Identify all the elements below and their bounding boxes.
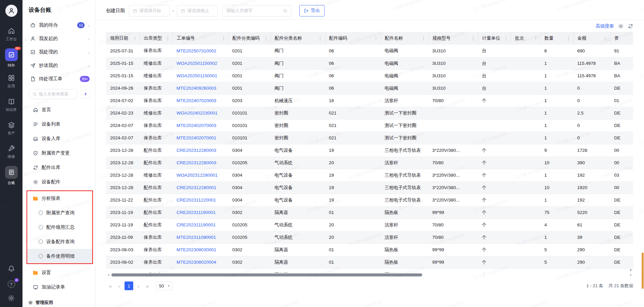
sidebar-item-equipment-list[interactable]: 设备列表 (22, 117, 95, 131)
column-menu-icon[interactable]: ⋮ (534, 36, 538, 41)
column-menu-icon[interactable]: ⋮ (603, 36, 608, 41)
start-date-input[interactable]: 请选择开始 (129, 5, 170, 16)
work-order-link[interactable]: MTE202311090001 (177, 235, 216, 240)
sidebar-item-accessory-asset-change[interactable]: 附属资产变更 (22, 146, 95, 160)
export-button[interactable]: 导出 (299, 5, 325, 16)
advanced-search-link[interactable]: 高级搜索 (596, 23, 614, 29)
column-header[interactable]: 计量单位⋮ (478, 32, 511, 45)
sidebar-item-pending-work-orders[interactable]: 待处理工单 99+ (22, 72, 95, 86)
sidebar-item-equipment-parts-query[interactable]: 设备配件查询 (27, 234, 92, 249)
work-order-link[interactable]: MTE202308020004 (177, 260, 216, 265)
column-menu-icon[interactable]: ⋮ (133, 36, 137, 41)
rail-item-maintenance[interactable]: 维修 (1, 142, 21, 162)
scrollbar-thumb[interactable] (111, 273, 422, 276)
table-row[interactable]: 2025-01-15维修出库WOA2025011500010201阀门06电磁阀… (106, 70, 633, 82)
column-menu-icon[interactable]: ⋮ (318, 36, 323, 41)
sidebar-group-analysis-reports[interactable]: 分析报表 (27, 191, 92, 206)
scroll-down-arrow-icon[interactable]: ▼ (629, 268, 632, 272)
rail-item-apps[interactable]: 应用 (1, 72, 21, 91)
horizontal-scrollbar[interactable]: ◂ ▸ (106, 273, 633, 277)
column-header[interactable]: 批次⋮ (511, 32, 540, 45)
work-order-link[interactable]: MTE202507310002 (177, 48, 216, 53)
sidebar-item-equipment-parts[interactable]: 设备配件 (22, 175, 95, 189)
sidebar-item-spare-parts-usage-detail[interactable]: 备件使用明细 (27, 249, 92, 263)
refresh-icon[interactable] (628, 24, 633, 29)
work-order-link[interactable]: CRE202312280001 (177, 185, 216, 190)
table-row[interactable]: 2025-01-15维修出库WOA2025011500020201阀门06电磁阀… (106, 57, 633, 70)
column-header[interactable]: 配件名称⋮ (381, 32, 428, 45)
table-row[interactable]: 2023-08-02保养出库MTE2023080200040302隔离器01隔热… (106, 256, 633, 268)
table-row[interactable]: 2023-12-28配件出库CRE2023122800010304电气设备19三… (106, 181, 633, 194)
window-vertical-scrollbar[interactable] (641, 0, 644, 307)
work-order-link[interactable]: WOA202402230001 (177, 111, 217, 116)
column-menu-icon[interactable]: ⋮ (221, 36, 226, 41)
column-header[interactable]: 配件编码⋮ (325, 32, 381, 45)
vertical-scrollbar-thumb[interactable] (642, 253, 644, 289)
notifications-bell-icon[interactable] (8, 265, 15, 274)
sidebar-item-cc-to-me[interactable]: 抄送我的 › (22, 59, 95, 72)
sidebar-item-initiated-by-me[interactable]: 我发起的 › (22, 32, 95, 45)
work-order-link[interactable]: MTE202308030001 (177, 247, 216, 252)
scroll-right-arrow-icon[interactable]: ▸ (629, 273, 633, 277)
sidebar-item-home[interactable]: 首页 (22, 102, 95, 117)
table-row[interactable]: 2024-02-23维修出库WOA202402230001010101密封圈02… (106, 107, 633, 119)
work-order-link[interactable]: MTE202402070003 (177, 123, 216, 128)
column-menu-icon[interactable]: ⋮ (166, 36, 170, 41)
keyword-search-input[interactable]: 请输入关键字 (222, 5, 291, 16)
sidebar-item-accessory-asset-query[interactable]: 附属资产查询 (27, 206, 92, 220)
table-row[interactable]: 2023-11-09保养出库MTE202311090001010205气动系统2… (106, 231, 633, 244)
work-order-link[interactable]: MTE202402070001 (177, 135, 216, 140)
table-row[interactable]: 2024-02-07保养出库MTE202402070003010101密封圈02… (106, 119, 633, 132)
scroll-left-arrow-icon[interactable]: ◂ (106, 273, 111, 277)
table-row[interactable]: 2023-11-22配件出库CRE2023112200010304电气设备19三… (106, 194, 633, 206)
manage-apps-button[interactable]: 管理应用 (22, 298, 95, 307)
column-header[interactable]: 数量⋮ (540, 32, 573, 45)
column-header[interactable]: 出库类型⋮ (140, 32, 172, 45)
work-order-link[interactable]: MTE202409260003 (177, 86, 216, 91)
table-row[interactable]: 2024-07-02保养出库MTE2024070200030203机械液压18活… (106, 94, 633, 107)
settings-gear-icon[interactable] (8, 295, 15, 303)
column-header[interactable]: 规格型号⋮ (428, 32, 478, 45)
end-date-input[interactable]: 请选择截止 (177, 5, 218, 16)
page-number-button[interactable]: 1 (125, 281, 133, 290)
sidebar-item-parts-outbound[interactable]: 配件出库 (22, 160, 95, 175)
sidebar-item-handled-by-me[interactable]: 我处理的 › (22, 45, 95, 59)
sidebar-group-settings[interactable]: 设置 (22, 265, 95, 280)
column-menu-icon[interactable]: ⋮ (374, 36, 378, 41)
column-menu-icon[interactable]: ⋮ (422, 36, 426, 41)
column-header[interactable]: 工单编号⋮ (172, 32, 228, 45)
table-row[interactable]: 2023-11-19配件出库CRE2023111900010302隔离器01隔热… (106, 206, 633, 219)
table-row[interactable]: 2025-07-31保养出库MTE2025073100020201阀门06电磁阀… (106, 45, 633, 57)
rail-item-todo[interactable]: 99+ 待办 (1, 48, 21, 68)
column-menu-icon[interactable]: ⋮ (471, 36, 476, 41)
work-order-link[interactable]: WOA202501150001 (177, 73, 217, 78)
sidebar-item-parts-requisition-summary[interactable]: 配件领用汇总 (27, 220, 92, 234)
table-row[interactable]: 2023-12-28配件出库CRE2023122800030304电气设备19三… (106, 144, 633, 157)
sidebar-item-fuel-record[interactable]: 加油记录单 (22, 280, 95, 294)
add-button[interactable]: + (81, 89, 90, 99)
prev-page-button[interactable]: ‹ (115, 281, 123, 290)
table-row[interactable]: 2023-11-19配件出库CRE202311190001010205气动系统2… (106, 219, 633, 231)
table-row[interactable]: 2024-09-26保养出库MTE2024092600030201阀门06电磁阀… (106, 82, 633, 94)
work-order-link[interactable]: CRE202311190001 (177, 222, 216, 227)
last-page-button[interactable]: » (143, 281, 152, 290)
column-header[interactable]: 资⋮ (610, 32, 633, 45)
table-row[interactable]: 2023-12-28配件出库CRE202312280003010205气动系统2… (106, 157, 633, 169)
work-order-link[interactable]: CRE202311190001 (177, 210, 216, 215)
next-page-button[interactable]: › (134, 281, 143, 290)
rail-item-knowledge[interactable]: 知识库 (1, 95, 21, 115)
table-row[interactable]: 2023-12-28维修出库WOA2023122800010304电气设备19三… (106, 169, 633, 181)
table-row[interactable]: 2024-02-07保养出库MTE202402070001010101密封圈02… (106, 132, 633, 144)
table-row[interactable]: 2023-08-03保养出库MTE2023080300010302隔离器01隔热… (106, 244, 633, 256)
rail-item-workbench[interactable]: 工作台 (1, 25, 21, 44)
rail-item-ledger[interactable]: 台账 (1, 166, 21, 185)
work-order-link[interactable]: MTE202407020003 (177, 98, 216, 103)
work-order-link[interactable]: CRE202312280003 (177, 148, 216, 153)
work-order-link[interactable]: WOA202312280001 (177, 173, 217, 178)
column-header[interactable]: 领用日期⋮ (106, 32, 140, 45)
column-menu-icon[interactable]: ⋮ (566, 36, 571, 41)
rail-item-assets[interactable]: 资产 (1, 119, 21, 138)
sidebar-search-input[interactable]: 输入名称来搜索 (29, 89, 78, 99)
column-header[interactable]: 金额⋮ (573, 32, 610, 45)
avatar[interactable] (5, 5, 17, 17)
